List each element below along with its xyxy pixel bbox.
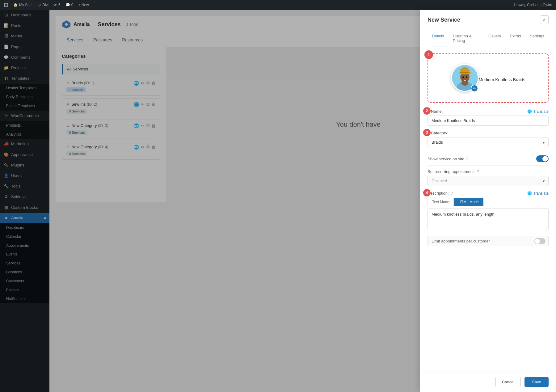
modal-header: New Service × [420,10,556,30]
desc-label-row: Description: ? 🌐 Translate [428,191,549,196]
step2-badge: 2 [423,107,431,115]
limit-toggle-switch[interactable] [534,238,545,244]
svg-point-12 [464,78,466,79]
category-select[interactable]: Braids [428,137,549,147]
help-icon: ? [477,169,479,174]
step3-badge: 3 [423,129,431,136]
category-select-wrapper: Braids ▾ [428,137,549,147]
comments-count[interactable]: 💬 0 [65,3,74,7]
wp-icon[interactable]: ⊞ [4,2,8,8]
limit-field-wrapper [428,236,549,246]
description-label: Description: ? [428,191,453,196]
mode-buttons: Text Mode HTML Mode [428,198,549,206]
home-icon: 🏠 [13,3,18,7]
modal-tab-gallery[interactable]: Gallery [484,30,505,47]
show-service-toggle-row: Show service on site ? [428,152,549,166]
recurring-field: Set recurring appointment: ? Disabled ▾ [428,169,549,186]
service-image-name: Medium Knotless Braids [479,77,525,82]
globe-icon: 🌐 [527,191,532,196]
new-service-modal: New Service × Details Duration & Pricing… [420,10,556,392]
html-mode-button[interactable]: HTML Mode [454,198,483,206]
modal-tab-details[interactable]: Details [428,30,449,47]
image-upload-area[interactable]: ✏ Medium Knotless Braids [428,53,549,103]
name-translate-button[interactable]: 🌐 Translate [527,109,549,114]
svg-point-11 [466,76,467,78]
text-mode-button[interactable]: Text Mode [428,198,454,206]
modal-title: New Service [428,17,460,23]
modal-close-button[interactable]: × [540,15,549,24]
divi-link[interactable]: ◇ Divi [38,3,48,7]
globe-icon: 🌐 [527,109,532,114]
modal-tab-extras[interactable]: Extras [505,30,525,47]
user-greeting: Howdy, Christina Gwira [514,3,552,7]
comment-icon: 💬 [65,3,70,7]
modal-tab-settings[interactable]: Settings [525,30,549,47]
service-image-container: ✏ [451,64,479,93]
my-sites-link[interactable]: 🏠 My Sites [13,3,33,7]
edit-photo-badge[interactable]: ✏ [471,85,478,92]
name-input[interactable] [428,116,549,126]
limit-appointments-field [428,236,549,246]
save-button[interactable]: Save [524,377,549,387]
recurring-select-wrapper: Disabled ▾ [428,176,549,186]
description-field: 4 Description: ? 🌐 Translate Text Mode H… [428,191,549,231]
category-label: * Category: [428,131,549,135]
svg-point-10 [462,76,464,78]
recurring-select[interactable]: Disabled [428,176,549,186]
limit-toggle [534,238,545,244]
name-label: * Name: 🌐 Translate [428,109,549,114]
modal-tab-duration-pricing[interactable]: Duration & Pricing [449,30,484,47]
limit-input[interactable] [428,236,549,246]
show-service-toggle[interactable] [536,155,549,162]
eye-icon: 👁 [53,3,57,7]
help-icon: ? [466,157,468,161]
topbar: ⊞ 🏠 My Sites ◇ Divi 👁 6 💬 0 + New Howdy,… [0,0,556,10]
view-count[interactable]: 👁 6 [53,3,61,7]
show-service-label: Show service on site ? [428,157,468,161]
edit-icon: ✏ [473,86,476,91]
divi-icon: ◇ [38,3,41,7]
modal-body: 1 [420,47,556,372]
desc-translate-button[interactable]: 🌐 Translate [527,191,549,196]
category-field: 3 * Category: Braids ▾ [428,131,549,147]
toggle-knob [535,239,540,244]
modal-tabs: Details Duration & Pricing Gallery Extra… [420,30,556,47]
svg-rect-9 [460,72,470,73]
new-button[interactable]: + New [78,3,89,7]
description-textarea[interactable]: Medium knotless braids, any length [428,209,549,230]
help-icon: ? [451,191,453,196]
cancel-button[interactable]: Cancel [495,377,521,387]
name-field: 2 * Name: 🌐 Translate [428,109,549,126]
toggle-knob [542,156,548,162]
recurring-label: Set recurring appointment: ? [428,169,549,174]
step1-badge: 1 [424,50,433,59]
modal-footer: Cancel Save [420,372,556,392]
step4-badge: 4 [423,189,431,196]
